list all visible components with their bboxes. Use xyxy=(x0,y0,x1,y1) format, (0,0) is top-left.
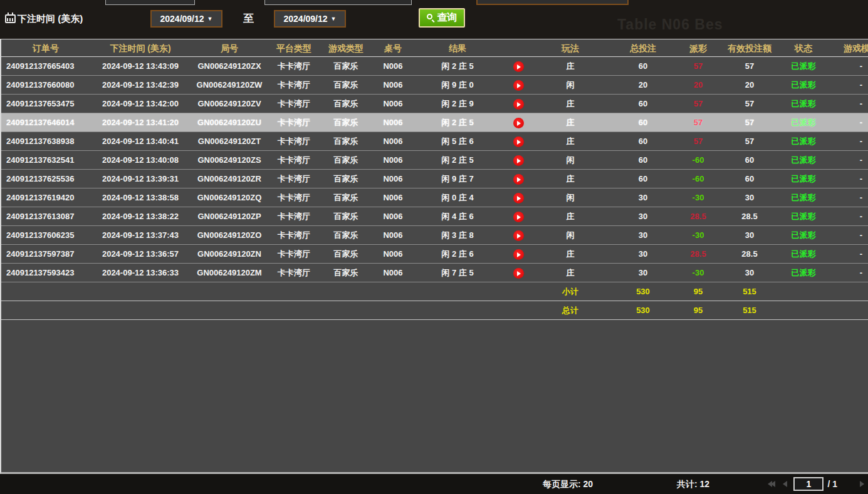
cell-valid: 30 xyxy=(716,188,783,207)
subtotal-row-cell: 95 xyxy=(681,282,716,301)
cell-order: 240912137625536 xyxy=(1,170,90,188)
table-row[interactable]: 2409121376255362024-09-12 13:39:31GN0062… xyxy=(1,170,868,188)
cell-bet: 30 xyxy=(605,226,681,244)
cell-round: GN006249120ZO xyxy=(191,226,268,244)
play-icon[interactable] xyxy=(501,245,535,263)
cell-time: 2024-09-12 13:42:00 xyxy=(90,95,191,113)
cell-time: 2024-09-12 13:40:41 xyxy=(90,132,191,150)
total-row-cell xyxy=(372,301,414,319)
cell-order: 240912137613087 xyxy=(1,207,90,225)
cell-game: 百家乐 xyxy=(320,207,372,225)
cell-order: 240912137646014 xyxy=(1,113,90,131)
table-row[interactable]: 2409121376654032024-09-12 13:43:09GN0062… xyxy=(1,57,868,76)
date-range-to-label: 至 xyxy=(243,11,254,26)
table-row[interactable]: 2409121376325412024-09-12 13:40:08GN0062… xyxy=(1,151,868,170)
total-row-cell: 515 xyxy=(716,301,783,319)
query-button[interactable]: 查询 xyxy=(419,8,465,28)
cell-result: 闲 5 庄 6 xyxy=(414,132,501,150)
play-icon[interactable] xyxy=(501,76,535,94)
subtotal-row-cell xyxy=(824,282,868,301)
play-icon[interactable] xyxy=(501,226,535,244)
cell-game: 百家乐 xyxy=(320,188,372,207)
column-header-1: 订单号 xyxy=(1,39,90,56)
page-number-input[interactable] xyxy=(793,477,824,491)
cell-payout: -60 xyxy=(681,151,716,169)
table-row[interactable]: 2409121376194202024-09-12 13:38:58GN0062… xyxy=(1,188,868,207)
column-header-8 xyxy=(501,39,535,56)
cell-table: N006 xyxy=(372,132,414,150)
prev-page-icon[interactable] xyxy=(782,480,788,488)
cell-valid: 28.5 xyxy=(716,207,783,225)
subtotal-row-cell xyxy=(1,282,90,301)
cell-playtype: 庄 xyxy=(535,264,605,282)
cell-time: 2024-09-12 13:40:08 xyxy=(90,151,191,169)
table-row[interactable]: 2409121376389382024-09-12 13:40:41GN0062… xyxy=(1,132,868,151)
table-row[interactable]: 2409121376460142024-09-12 13:41:20GN0062… xyxy=(1,113,868,132)
cell-round: GN006249120ZN xyxy=(191,245,268,263)
play-icon[interactable] xyxy=(501,113,535,131)
cell-playtype: 庄 xyxy=(535,132,605,150)
total-row-cell xyxy=(191,301,268,319)
cell-result: 闲 2 庄 5 xyxy=(414,113,501,131)
top-input-3[interactable] xyxy=(476,0,629,5)
cell-mode: - xyxy=(824,132,868,150)
cell-order: 240912137660080 xyxy=(1,76,90,94)
total-row-cell xyxy=(268,301,320,319)
cell-game: 百家乐 xyxy=(320,170,372,188)
cell-playtype: 闲 xyxy=(535,151,605,169)
first-page-icon[interactable] xyxy=(766,480,776,488)
subtotal-row-cell xyxy=(268,282,320,301)
table-row[interactable]: 2409121376534752024-09-12 13:42:00GN0062… xyxy=(1,95,868,113)
cell-bet: 30 xyxy=(605,264,681,282)
cell-platform: 卡卡湾厅 xyxy=(268,226,320,244)
play-icon[interactable] xyxy=(501,207,535,225)
cell-platform: 卡卡湾厅 xyxy=(268,76,320,94)
cell-status: 已派彩 xyxy=(783,264,824,282)
cell-payout: 57 xyxy=(681,95,716,113)
table-row[interactable]: 2409121375973872024-09-12 13:36:57GN0062… xyxy=(1,245,868,264)
cell-platform: 卡卡湾厅 xyxy=(268,170,320,188)
play-icon[interactable] xyxy=(501,132,535,150)
play-icon[interactable] xyxy=(501,170,535,188)
cell-status: 已派彩 xyxy=(783,113,824,131)
cell-result: 闲 9 庄 0 xyxy=(414,76,501,94)
column-header-3: 局号 xyxy=(191,39,268,56)
next-page-icon[interactable] xyxy=(859,480,865,488)
cell-status: 已派彩 xyxy=(783,245,824,263)
table-row[interactable]: 2409121376062352024-09-12 13:37:43GN0062… xyxy=(1,226,868,245)
cell-game: 百家乐 xyxy=(320,245,372,263)
page-size-label: 每页显示: 20 xyxy=(543,479,593,490)
column-header-7: 结果 xyxy=(414,39,501,56)
cell-status: 已派彩 xyxy=(783,76,824,94)
top-input-1[interactable] xyxy=(105,0,195,5)
cell-order: 240912137632541 xyxy=(1,151,90,169)
page-total-label: / 1 xyxy=(827,479,837,489)
play-icon[interactable] xyxy=(501,95,535,113)
cell-platform: 卡卡湾厅 xyxy=(268,57,320,75)
top-input-2[interactable] xyxy=(264,0,412,5)
cell-valid: 30 xyxy=(716,226,783,244)
table-row[interactable]: 2409121375934232024-09-12 13:36:33GN0062… xyxy=(1,264,868,282)
column-header-6: 桌号 xyxy=(372,39,414,56)
play-icon[interactable] xyxy=(501,151,535,169)
total-row-cell xyxy=(1,301,90,319)
total-row-cell xyxy=(320,301,372,319)
cell-time: 2024-09-12 13:38:22 xyxy=(90,207,191,225)
play-icon[interactable] xyxy=(501,57,535,75)
cell-platform: 卡卡湾厅 xyxy=(268,188,320,207)
cell-round: GN006249120ZW xyxy=(191,76,268,94)
play-icon[interactable] xyxy=(501,188,535,207)
to-date-select[interactable]: 2024/09/12 ▼ xyxy=(274,10,346,28)
cell-table: N006 xyxy=(372,95,414,113)
table-row[interactable]: 2409121376600802024-09-12 13:42:39GN0062… xyxy=(1,76,868,95)
cell-playtype: 庄 xyxy=(535,245,605,263)
cell-bet: 30 xyxy=(605,207,681,225)
subtotal-row-cell xyxy=(414,282,501,301)
table-row[interactable]: 2409121376130872024-09-12 13:38:22GN0062… xyxy=(1,207,868,226)
from-date-select[interactable]: 2024/09/12 ▼ xyxy=(150,10,222,28)
cell-playtype: 庄 xyxy=(535,57,605,75)
column-header-10: 总投注 xyxy=(605,39,681,56)
cell-mode: - xyxy=(824,95,868,113)
cell-playtype: 庄 xyxy=(535,170,605,188)
play-icon[interactable] xyxy=(501,264,535,282)
